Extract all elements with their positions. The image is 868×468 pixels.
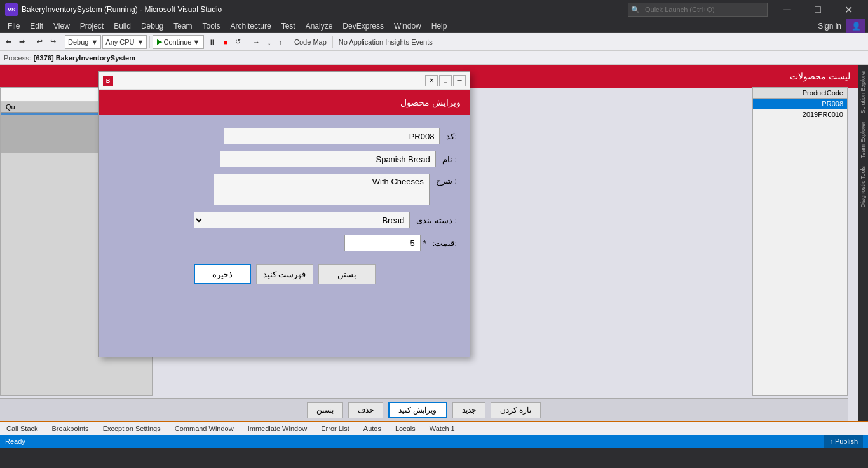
redo-button[interactable]: ↪ bbox=[47, 35, 59, 49]
dialog-max-btn[interactable]: □ bbox=[439, 75, 452, 86]
menu-test[interactable]: Test bbox=[276, 19, 301, 33]
team-explorer-tab[interactable]: Team Explorer bbox=[858, 119, 867, 161]
price-label: :قيمت: bbox=[433, 238, 457, 248]
name-row: : نام bbox=[112, 151, 457, 167]
menu-project[interactable]: Project bbox=[75, 19, 109, 33]
menu-file[interactable]: File bbox=[3, 19, 25, 33]
close-button[interactable]: ✕ bbox=[834, 0, 863, 19]
account-icon[interactable]: 👤 bbox=[846, 19, 865, 33]
back-button[interactable]: ⬅ bbox=[3, 35, 15, 49]
price-input[interactable] bbox=[344, 235, 421, 251]
menu-build[interactable]: Build bbox=[109, 19, 136, 33]
product-list-title: ليست محصولات bbox=[790, 71, 850, 81]
tab-immediate-window[interactable]: Immediate Window bbox=[245, 423, 310, 434]
stop-button[interactable]: ■ bbox=[220, 35, 231, 49]
vs-titlebar: VS BakeryInventorySystem (Running) - Mic… bbox=[0, 0, 868, 19]
dialog-close-btn[interactable]: ✕ bbox=[425, 75, 438, 86]
menu-tools[interactable]: Tools bbox=[198, 19, 226, 33]
menu-analyze[interactable]: Analyze bbox=[301, 19, 338, 33]
toolbar-separator-3 bbox=[149, 36, 150, 48]
category-select[interactable]: Bread bbox=[194, 212, 410, 228]
step-into[interactable]: ↓ bbox=[264, 35, 275, 49]
description-input[interactable]: With Cheeses bbox=[214, 174, 430, 205]
edit-button[interactable]: ويرايش کنید bbox=[388, 402, 447, 418]
debug-tabs-bar: Call Stack Breakpoints Exception Setting… bbox=[0, 421, 868, 435]
undo-button[interactable]: ↩ bbox=[34, 35, 46, 49]
publish-button[interactable]: ↑ Publish bbox=[824, 435, 863, 448]
menu-view[interactable]: View bbox=[48, 19, 75, 33]
code-input[interactable] bbox=[224, 128, 440, 144]
dialog-icon: B bbox=[103, 76, 113, 86]
tab-command-window[interactable]: Command Window bbox=[172, 423, 236, 434]
menu-window[interactable]: Window bbox=[389, 19, 426, 33]
dialog-title: ويرايش محصول bbox=[400, 97, 461, 107]
description-label: : شرح bbox=[436, 176, 457, 186]
quick-launch-input[interactable] bbox=[642, 6, 767, 13]
step-over[interactable]: → bbox=[250, 35, 263, 49]
diagnostic-tools-tab[interactable]: Diagnostic Tools bbox=[858, 163, 867, 210]
process-label: Process: bbox=[4, 54, 31, 62]
tab-call-stack[interactable]: Call Stack bbox=[4, 423, 41, 434]
code-row: :كد bbox=[112, 128, 457, 144]
tab-error-list[interactable]: Error List bbox=[318, 423, 352, 434]
app-title: BakeryInventorySystem (Running) - Micros… bbox=[22, 5, 623, 14]
menu-architecture[interactable]: Architecture bbox=[226, 19, 276, 33]
dialog-min-btn[interactable]: ─ bbox=[453, 75, 466, 86]
price-asterisk: * bbox=[423, 238, 426, 248]
insights-button[interactable]: No Application Insights Events bbox=[336, 35, 436, 49]
delete-button[interactable]: حذف bbox=[348, 402, 383, 418]
dialog-button-group: ذخيره فهرست کنید بستن bbox=[112, 264, 457, 284]
save-dialog-button[interactable]: ذخيره bbox=[194, 264, 251, 284]
titlebar-right-area: 🔍 bbox=[623, 3, 773, 17]
dialog-body: :كد : نام With Cheeses : شرح bbox=[99, 115, 470, 357]
main-toolbar: ⬅ ➡ ↩ ↪ Debug ▼ Any CPU ▼ ▶ Continue ▼ ⏸… bbox=[0, 33, 868, 51]
tab-exception-settings[interactable]: Exception Settings bbox=[100, 423, 163, 434]
new-button[interactable]: جديد bbox=[452, 402, 485, 418]
name-input[interactable] bbox=[220, 151, 436, 167]
debug-mode-dropdown[interactable]: Debug ▼ bbox=[65, 35, 101, 49]
toolbar-separator-2 bbox=[62, 36, 62, 48]
tab-locals[interactable]: Locals bbox=[393, 423, 418, 434]
refresh-button[interactable]: تازه کردن bbox=[491, 402, 541, 418]
grid-row-2[interactable]: 2019PR0010 bbox=[753, 109, 847, 120]
toolbar-separator-4 bbox=[247, 36, 247, 48]
right-side-tabs: Solution Explorer Team Explorer Diagnost… bbox=[858, 65, 868, 421]
list-close-button[interactable]: بستن bbox=[307, 402, 343, 418]
pause-button[interactable]: ⏸ bbox=[205, 35, 219, 49]
grid-panel: ProductCode PR008 2019PR0010 bbox=[752, 87, 848, 396]
codemap-button[interactable]: Code Map bbox=[291, 35, 330, 49]
description-row: With Cheeses : شرح bbox=[112, 174, 457, 205]
vs-logo-icon: VS bbox=[5, 3, 18, 16]
process-value: [6376] BakeryInventorySystem bbox=[34, 54, 135, 62]
close-dialog-button[interactable]: بستن bbox=[318, 264, 376, 284]
tab-autos[interactable]: Autos bbox=[361, 423, 384, 434]
continue-button[interactable]: ▶ Continue ▼ bbox=[153, 35, 204, 49]
dialog-header: ويرايش محصول bbox=[99, 90, 470, 115]
signin-button[interactable]: Sign in bbox=[813, 22, 846, 31]
name-label: : نام bbox=[442, 155, 457, 164]
menu-debug[interactable]: Debug bbox=[136, 19, 168, 33]
toolbar-separator-5 bbox=[288, 36, 288, 48]
category-label: : دسته بندی bbox=[416, 216, 457, 225]
maximize-button[interactable]: □ bbox=[803, 0, 832, 19]
menu-devexpress[interactable]: DevExpress bbox=[337, 19, 389, 33]
tab-watch-1[interactable]: Watch 1 bbox=[427, 423, 458, 434]
minimize-button[interactable]: ─ bbox=[773, 0, 802, 19]
grid-header: ProductCode bbox=[753, 88, 847, 99]
forward-button[interactable]: ➡ bbox=[16, 35, 28, 49]
window-controls: ─ □ ✕ bbox=[773, 0, 863, 19]
grid-row-1[interactable]: PR008 bbox=[753, 99, 847, 109]
step-out[interactable]: ↑ bbox=[276, 35, 286, 49]
main-area: ليست محصولات ✕ □ ─ Qu bbox=[0, 65, 868, 421]
solution-explorer-tab[interactable]: Solution Explorer bbox=[858, 67, 867, 116]
list-dialog-button[interactable]: فهرست کنید bbox=[256, 264, 313, 284]
tab-breakpoints[interactable]: Breakpoints bbox=[50, 423, 92, 434]
menu-edit[interactable]: Edit bbox=[25, 19, 48, 33]
cpu-dropdown[interactable]: Any CPU ▼ bbox=[102, 35, 147, 49]
toolbar-separator-1 bbox=[31, 36, 31, 48]
restart-button[interactable]: ↺ bbox=[232, 35, 244, 49]
menu-team[interactable]: Team bbox=[168, 19, 197, 33]
quick-launch-box[interactable]: 🔍 bbox=[628, 3, 768, 17]
bottom-button-bar: تازه کردن جديد ويرايش کنید حذف بستن bbox=[0, 398, 848, 421]
menu-help[interactable]: Help bbox=[426, 19, 452, 33]
